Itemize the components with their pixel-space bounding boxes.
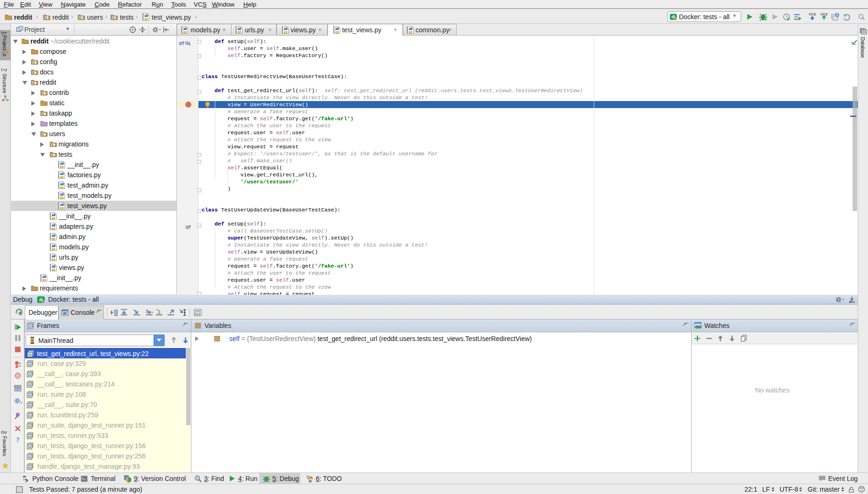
svg-text:VCS: VCS [809, 12, 816, 16]
svg-text:?: ? [16, 436, 20, 443]
svg-text:di: di [39, 298, 43, 302]
